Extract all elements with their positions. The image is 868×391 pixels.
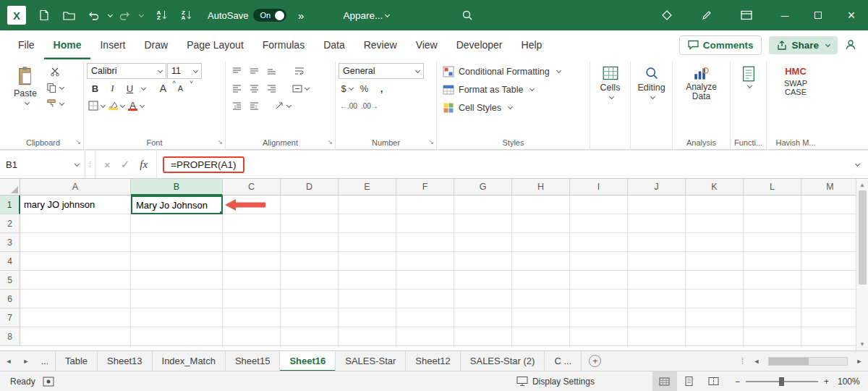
conditional-formatting-button[interactable]: Conditional Formatting xyxy=(440,62,587,80)
cell[interactable] xyxy=(396,196,454,214)
row-header-6[interactable]: 6 xyxy=(0,290,20,308)
cell[interactable] xyxy=(570,290,628,308)
cell[interactable] xyxy=(744,214,801,233)
save-icon[interactable] xyxy=(33,4,56,27)
cell[interactable] xyxy=(512,308,570,327)
cell[interactable] xyxy=(686,271,744,290)
cell[interactable] xyxy=(131,233,223,252)
cell[interactable] xyxy=(801,290,859,308)
cell[interactable] xyxy=(131,252,223,271)
percent-format-button[interactable]: % xyxy=(356,80,373,96)
cell[interactable] xyxy=(454,327,512,346)
cell[interactable] xyxy=(20,290,131,308)
minimize-button[interactable]: ─ xyxy=(768,0,801,30)
sheet-tab-sheet12[interactable]: Sheet12 xyxy=(406,351,460,371)
cell[interactable] xyxy=(454,196,512,214)
align-left-button[interactable] xyxy=(229,80,245,96)
cell[interactable] xyxy=(396,233,454,252)
sort-descending-icon[interactable]: ZA xyxy=(175,4,198,27)
increase-decimal-button[interactable]: ←.00 xyxy=(339,98,359,114)
cell[interactable] xyxy=(131,327,223,346)
cell[interactable] xyxy=(744,327,801,346)
decrease-indent-button[interactable] xyxy=(229,98,245,114)
cell[interactable] xyxy=(131,290,223,308)
tab-developer[interactable]: Developer xyxy=(447,30,512,59)
row-header-1[interactable]: 1 xyxy=(0,196,20,214)
cell[interactable] xyxy=(281,233,339,252)
open-folder-icon[interactable] xyxy=(57,4,80,27)
font-size-combo[interactable]: 11 xyxy=(167,63,202,79)
increase-font-button[interactable]: A˄ xyxy=(155,80,171,96)
cell[interactable] xyxy=(570,308,628,327)
cell[interactable] xyxy=(570,271,628,290)
dialog-launcher-icon[interactable]: ↘ xyxy=(327,139,333,146)
zoom-out-button[interactable]: − xyxy=(735,377,740,387)
cell[interactable] xyxy=(686,252,744,271)
cell[interactable] xyxy=(20,271,131,290)
tab-insert[interactable]: Insert xyxy=(90,30,135,59)
enter-check-icon[interactable]: ✓ xyxy=(121,158,130,171)
cell[interactable] xyxy=(223,214,281,233)
dialog-launcher-icon[interactable]: ↘ xyxy=(217,139,223,146)
row-header-7[interactable]: 7 xyxy=(0,308,20,327)
cell-B1-selected[interactable]: Mary Jo Johnson xyxy=(131,196,223,214)
cell[interactable] xyxy=(396,327,454,346)
cell[interactable] xyxy=(628,214,686,233)
dialog-launcher-icon[interactable]: ↘ xyxy=(428,139,434,146)
wrap-text-button[interactable] xyxy=(291,63,307,79)
cell[interactable] xyxy=(454,252,512,271)
select-all-corner[interactable] xyxy=(0,179,20,196)
cell[interactable] xyxy=(20,214,131,233)
editing-button[interactable]: Editing xyxy=(634,62,669,100)
row-header-4[interactable]: 4 xyxy=(0,252,20,271)
vertical-scroll-thumb[interactable] xyxy=(859,190,867,285)
column-header-E[interactable]: E xyxy=(339,179,396,196)
horizontal-scroll-thumb[interactable] xyxy=(769,358,809,365)
borders-button[interactable] xyxy=(87,98,106,114)
cell[interactable] xyxy=(281,327,339,346)
increase-indent-button[interactable] xyxy=(246,98,263,114)
zoom-percentage[interactable]: 100% xyxy=(838,377,868,387)
cell[interactable] xyxy=(454,308,512,327)
cell[interactable] xyxy=(686,308,744,327)
cell[interactable] xyxy=(223,327,281,346)
column-header-H[interactable]: H xyxy=(512,179,570,196)
cell[interactable] xyxy=(223,290,281,308)
tab-bar-splitter[interactable]: ⁞ xyxy=(737,356,748,366)
column-header-L[interactable]: L xyxy=(744,179,801,196)
cell[interactable] xyxy=(339,290,396,308)
page-layout-view-button[interactable] xyxy=(677,371,702,391)
cell[interactable] xyxy=(512,327,570,346)
cell[interactable] xyxy=(512,214,570,233)
column-header-B[interactable]: B xyxy=(131,179,223,196)
cell[interactable] xyxy=(628,252,686,271)
tab-home[interactable]: Home xyxy=(44,30,91,59)
chevron-down-icon[interactable] xyxy=(141,85,146,90)
underline-button[interactable]: U xyxy=(122,80,138,96)
scroll-down-icon[interactable]: ▼ xyxy=(859,341,865,348)
cell[interactable] xyxy=(686,214,744,233)
cell[interactable] xyxy=(20,327,131,346)
cell[interactable] xyxy=(801,214,859,233)
cell[interactable] xyxy=(396,214,454,233)
analyze-data-button[interactable]: Analyze Data xyxy=(676,62,727,101)
font-color-button[interactable]: A xyxy=(127,98,145,114)
align-top-button[interactable] xyxy=(229,63,245,79)
sheet-tab-truncated[interactable]: C ... xyxy=(545,351,582,371)
cell[interactable] xyxy=(281,271,339,290)
cell[interactable] xyxy=(628,271,686,290)
cell[interactable] xyxy=(339,252,396,271)
cell[interactable] xyxy=(801,271,859,290)
cell[interactable] xyxy=(223,233,281,252)
cell[interactable] xyxy=(628,233,686,252)
sheet-tab-index-match[interactable]: Index_Match xyxy=(153,351,226,371)
tab-formulas[interactable]: Formulas xyxy=(253,30,314,59)
column-header-F[interactable]: F xyxy=(396,179,454,196)
ribbon-display-options-icon[interactable] xyxy=(735,4,758,27)
cell[interactable] xyxy=(454,214,512,233)
cell[interactable] xyxy=(801,252,859,271)
cell[interactable] xyxy=(744,233,801,252)
cell-A1[interactable]: mary JO johnson xyxy=(20,196,131,214)
cell[interactable] xyxy=(281,308,339,327)
number-format-combo[interactable]: General xyxy=(339,63,424,79)
